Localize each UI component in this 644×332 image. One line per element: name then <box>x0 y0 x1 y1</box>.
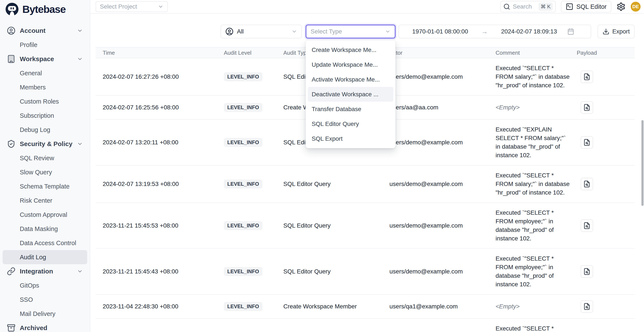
avatar[interactable]: DE <box>631 2 640 11</box>
sidebar-section-workspace[interactable]: Workspace <box>0 52 90 66</box>
sidebar-section-archived[interactable]: Archived <box>0 321 90 332</box>
cell-payload <box>577 136 635 149</box>
download-icon <box>602 28 610 35</box>
cell-comment: Executed `"EXPLAIN SELECT * FROM salary;… <box>496 125 571 160</box>
cell-audit-type: SQL Editor Query <box>283 222 390 229</box>
user-circle-icon <box>225 27 234 36</box>
view-payload-button[interactable] <box>581 265 593 278</box>
sidebar-section-integration[interactable]: Integration <box>0 264 90 278</box>
brand-name: Bytebase <box>22 3 66 15</box>
link-icon <box>7 267 16 276</box>
select-project-dropdown[interactable]: Select Project <box>96 1 168 12</box>
menu-item-deactivate-workspace-member[interactable]: Deactivate Workspace ... <box>308 87 393 102</box>
sidebar-item-subscription[interactable]: Subscription <box>0 109 90 123</box>
view-payload-button[interactable] <box>581 219 593 232</box>
sidebar: Bytebase Account Profile Workspace Gener… <box>0 0 90 332</box>
column-header-time: Time <box>96 49 224 56</box>
brand-logo[interactable]: Bytebase <box>0 0 90 18</box>
file-search-icon <box>583 180 590 188</box>
view-payload-button[interactable] <box>581 300 593 313</box>
cell-comment: Executed `"SELECT * FROM salary;"` in da… <box>496 171 571 197</box>
sidebar-item-debug-log[interactable]: Debug Log <box>0 123 90 137</box>
cell-actor: users/qa1@example.com <box>390 303 496 310</box>
sidebar-item-members[interactable]: Members <box>0 80 90 94</box>
level-badge: LEVEL_INFO <box>224 302 262 311</box>
sidebar-item-sso[interactable]: SSO <box>0 293 90 307</box>
sidebar-item-data-masking[interactable]: Data Masking <box>0 222 90 236</box>
sidebar-item-profile[interactable]: Profile <box>0 38 90 52</box>
view-payload-button[interactable] <box>581 71 593 83</box>
cell-comment: Executed `"SELECT * FROM employee;"` in … <box>496 208 571 243</box>
chevron-down-icon <box>158 4 164 9</box>
type-filter-placeholder: Select Type <box>310 28 342 35</box>
chevron-down-icon <box>77 28 83 34</box>
menu-item-create-workspace-member[interactable]: Create Workspace Me... <box>306 42 396 57</box>
cell-audit-level: LEVEL_INFO <box>224 103 283 112</box>
sidebar-section-security-policy[interactable]: Security & Policy <box>0 137 90 151</box>
column-header-payload: Payload <box>577 49 635 56</box>
cell-payload <box>577 265 635 278</box>
cell-audit-type: SQL Editor Query <box>283 268 390 275</box>
cell-actor: users/demo@example.com <box>390 180 496 187</box>
date-from: 1970-01-01 08:00:00 <box>412 28 468 35</box>
bytebase-logo-icon <box>5 2 19 16</box>
cell-audit-level: LEVEL_INFO <box>224 221 283 230</box>
sql-editor-button[interactable]: SQL Editor <box>561 1 611 12</box>
file-search-icon <box>583 139 590 146</box>
topbar: Select Project Search ⌘ K SQL Editor DE <box>90 0 644 14</box>
chevron-down-icon <box>77 141 83 147</box>
cell-actor: users/demo@example.com <box>390 73 496 80</box>
cell-actor: users/demo@example.com <box>390 222 496 229</box>
arrow-right-icon: → <box>482 28 488 35</box>
file-search-icon <box>583 73 590 80</box>
cell-payload <box>577 219 635 232</box>
column-header-audit-level: Audit Level <box>224 49 283 56</box>
sidebar-item-sql-review[interactable]: SQL Review <box>0 151 90 165</box>
sidebar-item-mail-delivery[interactable]: Mail Delivery <box>0 307 90 321</box>
date-range-picker[interactable]: 1970-01-01 08:00:00 → 2024-02-07 18:09:1… <box>398 25 591 38</box>
sidebar-item-data-access-control[interactable]: Data Access Control <box>0 236 90 250</box>
view-payload-button[interactable] <box>581 101 593 114</box>
menu-item-sql-editor-query[interactable]: SQL Editor Query <box>306 117 396 131</box>
cell-time: 2024-02-07 13:20:11 +08:00 <box>96 139 224 146</box>
cell-actor: users/aa@aa.com <box>390 104 496 111</box>
actor-filter-dropdown[interactable]: All <box>220 25 302 38</box>
sidebar-nav: Account Profile Workspace General Member… <box>0 18 90 332</box>
cell-payload <box>577 101 635 114</box>
menu-item-update-workspace-member[interactable]: Update Workspace Me... <box>306 57 396 72</box>
menu-item-sql-export[interactable]: SQL Export <box>306 131 396 146</box>
vertical-scrollbar[interactable] <box>642 120 644 206</box>
sidebar-item-custom-roles[interactable]: Custom Roles <box>0 94 90 109</box>
cell-audit-type: Create Workspace Member <box>283 303 390 310</box>
sidebar-item-gitops[interactable]: GitOps <box>0 278 90 293</box>
sidebar-item-schema-template[interactable]: Schema Template <box>0 179 90 193</box>
sidebar-item-slow-query[interactable]: Slow Query <box>0 165 90 179</box>
sidebar-item-custom-approval[interactable]: Custom Approval <box>0 208 90 222</box>
menu-item-transfer-database[interactable]: Transfer Database <box>306 102 396 117</box>
chevron-down-icon <box>292 29 297 34</box>
sidebar-item-audit-log[interactable]: Audit Log <box>2 250 87 264</box>
cell-time: 2023-11-21 15:45:53 +08:00 <box>96 222 224 229</box>
column-header-comment: Comment <box>496 49 577 56</box>
type-filter-select[interactable]: Select Type <box>306 25 396 38</box>
menu-item-activate-workspace-member[interactable]: Activate Workspace Me... <box>306 72 396 87</box>
sidebar-item-general[interactable]: General <box>0 66 90 80</box>
cell-payload <box>577 300 635 313</box>
file-search-icon <box>583 104 590 111</box>
sidebar-item-risk-center[interactable]: Risk Center <box>0 193 90 208</box>
gear-icon[interactable] <box>616 2 626 11</box>
search-input[interactable]: Search ⌘ K <box>500 1 556 12</box>
chevron-down-icon <box>77 268 83 274</box>
view-payload-button[interactable] <box>581 178 593 190</box>
date-to: 2024-02-07 18:09:13 <box>501 28 557 35</box>
chevron-down-icon <box>385 29 390 34</box>
table-row: 2023-11-04 21:26:24 +08:00 LEVEL_INFO SQ… <box>96 319 635 332</box>
level-badge: LEVEL_INFO <box>224 267 262 276</box>
view-payload-button[interactable] <box>581 136 593 149</box>
table-row: 2023-11-21 15:45:43 +08:00 LEVEL_INFO SQ… <box>96 249 635 295</box>
level-badge: LEVEL_INFO <box>224 103 262 112</box>
cell-actor: users/demo@example.com <box>390 268 496 275</box>
sidebar-section-account[interactable]: Account <box>0 24 90 38</box>
export-button[interactable]: Export <box>598 25 634 38</box>
cell-audit-level: LEVEL_INFO <box>224 267 283 276</box>
